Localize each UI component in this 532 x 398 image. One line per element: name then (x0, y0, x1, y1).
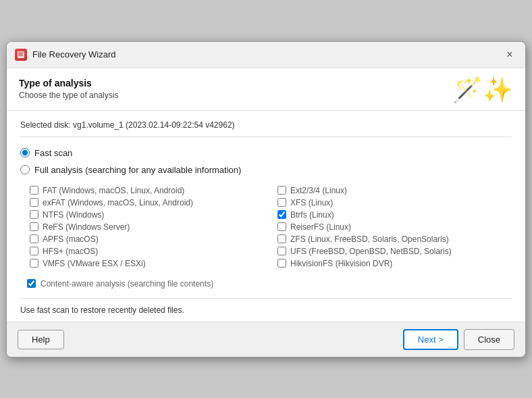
analysis-type-group: Fast scan Full analysis (searching for a… (20, 148, 512, 268)
fast-scan-radio[interactable] (20, 148, 30, 157)
app-icon (15, 49, 27, 61)
info-text: Use fast scan to restore recently delete… (20, 298, 512, 315)
content-aware-label: Content-aware analysis (searching file c… (41, 279, 213, 289)
filesystem-section: FAT (Windows, macOS, Linux, Android) Ext… (23, 186, 512, 268)
content-aware-checkbox[interactable] (27, 279, 36, 288)
fs-xfs[interactable]: XFS (Linux) (277, 198, 512, 207)
fs-btrfs-checkbox[interactable] (277, 210, 286, 219)
header-section: Type of analysis Choose the type of anal… (7, 68, 525, 111)
fs-ntfs[interactable]: NTFS (Windows) (30, 210, 264, 220)
fs-apfs-checkbox[interactable] (30, 234, 38, 243)
full-analysis-option[interactable]: Full analysis (searching for any availab… (20, 165, 512, 175)
fs-hfsplus-checkbox[interactable] (30, 247, 38, 255)
fs-hikvision-checkbox[interactable] (277, 259, 286, 268)
fast-scan-label: Fast scan (34, 148, 72, 158)
footer: Help Next > Close (7, 322, 525, 357)
close-button[interactable]: Close (464, 329, 514, 350)
fs-hikvision[interactable]: HikvisionFS (Hikvision DVR) (277, 259, 512, 268)
filesystem-grid: FAT (Windows, macOS, Linux, Android) Ext… (30, 186, 512, 268)
fs-fat[interactable]: FAT (Windows, macOS, Linux, Android) (30, 186, 264, 195)
full-analysis-label: Full analysis (searching for any availab… (34, 165, 241, 175)
fs-vmfs[interactable]: VMFS (VMware ESX / ESXi) (30, 259, 264, 268)
next-button[interactable]: Next > (403, 329, 458, 350)
content-aware-option[interactable]: Content-aware analysis (searching file c… (27, 279, 512, 289)
footer-right: Next > Close (403, 329, 514, 350)
full-analysis-radio[interactable] (20, 165, 30, 174)
footer-left: Help (18, 330, 64, 349)
wizard-icon: 🪄✨ (452, 78, 513, 102)
fs-refs-checkbox[interactable] (30, 222, 38, 231)
content-area: Selected disk: vg1.volume_1 (2023.02.14-… (7, 111, 525, 322)
fs-ufs-checkbox[interactable] (277, 247, 286, 255)
fast-scan-option[interactable]: Fast scan (20, 148, 512, 158)
fs-exfat-checkbox[interactable] (30, 198, 38, 207)
selected-disk-label: Selected disk: vg1.volume_1 (2023.02.14-… (20, 120, 512, 137)
fs-vmfs-checkbox[interactable] (30, 259, 38, 268)
fs-ntfs-checkbox[interactable] (30, 210, 38, 219)
fs-reiserfs[interactable]: ReiserFS (Linux) (277, 222, 512, 232)
title-bar: File Recovery Wizard × (7, 42, 525, 68)
title-bar-text: File Recovery Wizard (32, 49, 497, 59)
fs-refs[interactable]: ReFS (Windows Server) (30, 222, 264, 232)
fs-ufs[interactable]: UFS (FreeBSD, OpenBSD, NetBSD, Solaris) (277, 247, 512, 256)
fs-btrfs[interactable]: Btrfs (Linux) (277, 210, 512, 220)
fs-fat-checkbox[interactable] (30, 186, 38, 195)
fs-xfs-checkbox[interactable] (277, 198, 286, 207)
close-window-button[interactable]: × (502, 47, 517, 62)
dialog-window: File Recovery Wizard × Type of analysis … (6, 41, 526, 357)
fs-hfsplus[interactable]: HFS+ (macOS) (30, 247, 264, 256)
fs-exfat[interactable]: exFAT (Windows, macOS, Linux, Android) (30, 198, 264, 207)
header-text: Type of analysis Choose the type of anal… (19, 78, 118, 100)
fs-apfs[interactable]: APFS (macOS) (30, 234, 264, 244)
fs-reiserfs-checkbox[interactable] (277, 222, 286, 231)
fs-zfs-checkbox[interactable] (277, 234, 286, 243)
section-heading: Type of analysis (19, 78, 118, 89)
fs-ext234-checkbox[interactable] (277, 186, 286, 195)
fs-ext234[interactable]: Ext2/3/4 (Linux) (277, 186, 512, 195)
section-subheading: Choose the type of analysis (19, 91, 118, 100)
help-button[interactable]: Help (18, 330, 64, 349)
fs-zfs[interactable]: ZFS (Linux, FreeBSD, Solaris, OpenSolari… (277, 234, 512, 244)
